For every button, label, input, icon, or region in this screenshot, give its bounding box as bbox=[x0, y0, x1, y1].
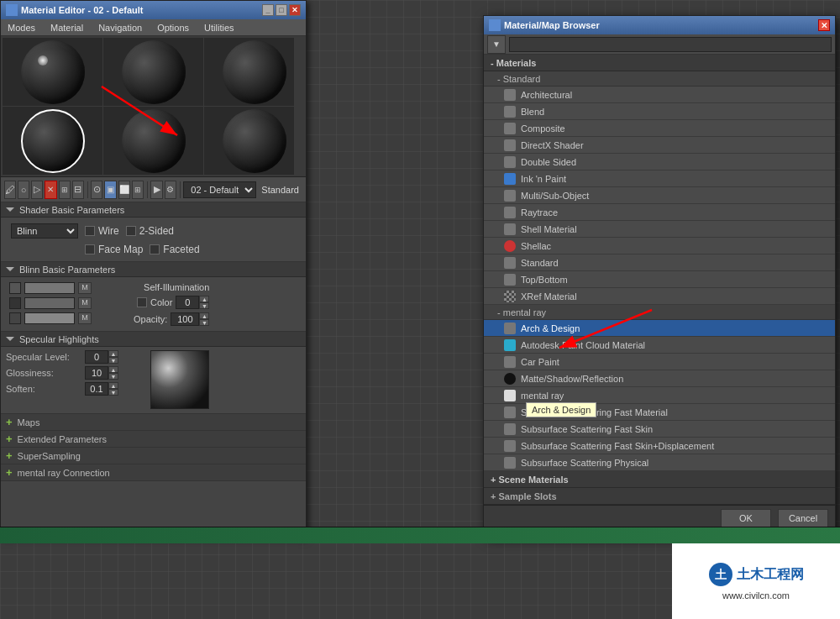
color-spin-down[interactable]: ▼ bbox=[199, 302, 209, 309]
ambient-color-swatch[interactable] bbox=[9, 282, 21, 294]
menu-options[interactable]: Options bbox=[154, 23, 192, 33]
browser-filter-btn[interactable]: ▼ bbox=[487, 35, 506, 54]
tool-copy[interactable]: ⊞ bbox=[59, 181, 71, 199]
tool-render[interactable]: ⊙ bbox=[91, 181, 102, 199]
list-item-mental-ray-mat[interactable]: mental ray bbox=[484, 387, 835, 404]
list-item-architectural[interactable]: Architectural bbox=[484, 87, 835, 103]
tool-options[interactable]: ⚙ bbox=[165, 181, 176, 199]
tool-reset[interactable]: ✕ bbox=[45, 181, 56, 199]
list-item-double-sided[interactable]: Double Sided bbox=[484, 154, 835, 170]
sphere-cell-2[interactable] bbox=[103, 38, 203, 106]
blinn-basic-header[interactable]: Blinn Basic Parameters bbox=[1, 262, 306, 277]
wire-checkbox[interactable] bbox=[85, 226, 95, 236]
menu-utilities[interactable]: Utilities bbox=[201, 23, 237, 33]
tool-map[interactable]: ⬜ bbox=[118, 181, 130, 199]
opacity-input[interactable] bbox=[171, 312, 199, 326]
color-spin-up[interactable]: ▲ bbox=[199, 296, 209, 302]
extended-params-row[interactable]: + Extended Parameters bbox=[1, 431, 306, 448]
glossiness-input[interactable] bbox=[85, 366, 108, 380]
list-item-matte-shadow[interactable]: Matte/Shadow/Reflection bbox=[484, 370, 835, 387]
sphere-cell-4[interactable] bbox=[3, 107, 102, 175]
list-item-xref[interactable]: XRef Material bbox=[484, 288, 835, 305]
specular-highlights-header[interactable]: Specular Highlights bbox=[1, 332, 306, 347]
shader-basic-header[interactable]: Shader Basic Parameters bbox=[1, 202, 306, 218]
scene-materials-header[interactable]: + Scene Materials bbox=[484, 471, 835, 488]
ambient-color-bar[interactable] bbox=[24, 282, 75, 294]
color-input[interactable] bbox=[176, 296, 199, 309]
specular-color-bar[interactable] bbox=[24, 312, 75, 324]
list-item-shell[interactable]: Shell Material bbox=[484, 221, 835, 238]
menu-modes[interactable]: Modes bbox=[4, 23, 39, 33]
list-item-top-bottom[interactable]: Top/Bottom bbox=[484, 271, 835, 288]
spec-level-up[interactable]: ▲ bbox=[108, 350, 118, 357]
soften-up[interactable]: ▲ bbox=[108, 382, 118, 389]
menu-material[interactable]: Material bbox=[47, 23, 87, 33]
list-item-sss-physical[interactable]: Subsurface Scattering Physical bbox=[484, 454, 835, 471]
preview-scrollbar[interactable] bbox=[294, 36, 306, 176]
list-item-car-paint[interactable]: Car Paint bbox=[484, 354, 835, 370]
tool-sphere[interactable]: ○ bbox=[18, 181, 29, 199]
list-item-ink-paint[interactable]: Ink 'n Paint bbox=[484, 170, 835, 187]
mental-ray-row[interactable]: + mental ray Connection bbox=[1, 464, 306, 481]
sphere-cell-1[interactable] bbox=[3, 38, 102, 106]
list-item-autodesk-cloud[interactable]: Autodesk Paint Cloud Material bbox=[484, 337, 835, 354]
list-item-shellac[interactable]: Shellac bbox=[484, 238, 835, 254]
list-item-arch-design[interactable]: Arch & Design bbox=[484, 320, 835, 337]
tool-assign[interactable]: ▷ bbox=[31, 181, 43, 199]
close-button[interactable]: ✕ bbox=[289, 4, 301, 16]
list-item-directx[interactable]: DirectX Shader bbox=[484, 137, 835, 154]
gloss-down[interactable]: ▼ bbox=[108, 373, 118, 380]
sphere-4 bbox=[21, 109, 85, 173]
specular-color-swatch[interactable] bbox=[9, 312, 21, 324]
list-item-raytrace[interactable]: Raytrace bbox=[484, 204, 835, 221]
diffuse-map-btn[interactable]: M bbox=[78, 297, 92, 309]
sphere-cell-3[interactable] bbox=[204, 38, 304, 106]
material-name-select[interactable]: 02 - Default bbox=[183, 181, 256, 198]
browser-close-button[interactable]: ✕ bbox=[818, 19, 830, 31]
tool-video[interactable]: ▶ bbox=[150, 181, 162, 199]
supersampling-row[interactable]: + SuperSampling bbox=[1, 448, 306, 464]
maximize-button[interactable]: □ bbox=[276, 4, 287, 16]
watermark-icon: 土 bbox=[708, 562, 733, 587]
specular-level-input[interactable] bbox=[85, 350, 108, 364]
glossiness-label: Glossiness: bbox=[6, 368, 81, 378]
blinn-basic-content: M Ambient: M M Self-Illumination bbox=[1, 277, 306, 332]
face-map-checkbox[interactable] bbox=[85, 244, 95, 254]
list-item-multi-sub[interactable]: Multi/Sub-Object bbox=[484, 187, 835, 204]
specular-map-btn[interactable]: M bbox=[78, 312, 92, 324]
tool-checker[interactable]: ⊞ bbox=[132, 181, 144, 199]
ok-button[interactable]: OK bbox=[721, 509, 771, 527]
menu-navigation[interactable]: Navigation bbox=[95, 23, 145, 33]
sample-slots-header[interactable]: + Sample Slots bbox=[484, 488, 835, 505]
sss-physical-icon bbox=[504, 457, 516, 469]
spec-level-down[interactable]: ▼ bbox=[108, 357, 118, 364]
tool-pick[interactable]: 🖊 bbox=[4, 181, 16, 199]
faceted-checkbox[interactable] bbox=[150, 244, 160, 254]
list-item-sss-skin-disp[interactable]: Subsurface Scattering Fast Skin+Displace… bbox=[484, 438, 835, 454]
maps-row[interactable]: + Maps bbox=[1, 414, 306, 431]
gloss-up[interactable]: ▲ bbox=[108, 366, 118, 373]
two-sided-checkbox[interactable] bbox=[126, 226, 136, 236]
list-item-blend[interactable]: Blend bbox=[484, 103, 835, 120]
soften-down[interactable]: ▼ bbox=[108, 389, 118, 396]
soften-input[interactable] bbox=[85, 382, 108, 396]
tool-active[interactable]: ▣ bbox=[104, 181, 116, 199]
browser-search-input[interactable] bbox=[509, 37, 832, 52]
sphere-cell-6[interactable] bbox=[204, 107, 304, 175]
diffuse-color-swatch[interactable] bbox=[9, 297, 21, 309]
browser-list[interactable]: - Materials - Standard Architectural Ble… bbox=[484, 55, 835, 505]
minimize-button[interactable]: _ bbox=[262, 4, 274, 16]
ambient-map-btn[interactable]: M bbox=[78, 282, 92, 294]
list-item-sss-skin[interactable]: Subsurface Scattering Fast Skin bbox=[484, 421, 835, 438]
cancel-button[interactable]: Cancel bbox=[778, 509, 828, 527]
list-item-standard[interactable]: Standard bbox=[484, 254, 835, 271]
color-checkbox[interactable] bbox=[137, 297, 147, 307]
shader-type-select[interactable]: Blinn bbox=[11, 223, 78, 239]
sphere-cell-5[interactable] bbox=[103, 107, 203, 175]
ink-paint-icon bbox=[504, 173, 516, 185]
diffuse-color-bar[interactable] bbox=[24, 297, 75, 309]
opacity-spin-up[interactable]: ▲ bbox=[199, 312, 209, 319]
list-item-composite[interactable]: Composite bbox=[484, 120, 835, 137]
opacity-spin-down[interactable]: ▼ bbox=[199, 319, 209, 326]
tool-paste[interactable]: ⊟ bbox=[72, 181, 84, 199]
